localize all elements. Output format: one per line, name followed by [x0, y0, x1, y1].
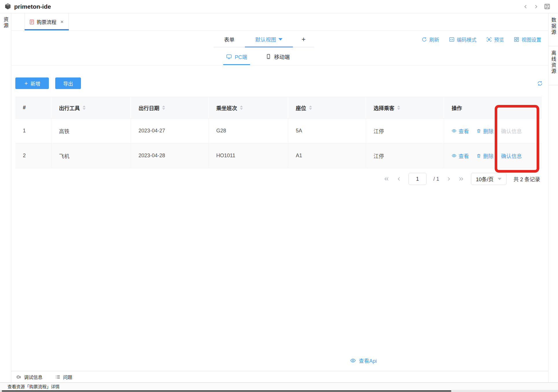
view-toolbar: 表单 默认视图 + 刷新	[11, 31, 548, 48]
right-rail: 数据源 离线资源	[548, 13, 558, 382]
phone-icon	[266, 54, 271, 59]
horizontal-scrollbar	[0, 390, 558, 392]
status-text: 查看资源「购票流程」详情	[8, 383, 60, 389]
nav-back-icon[interactable]	[523, 4, 528, 9]
add-view-tab-button[interactable]: +	[293, 32, 314, 47]
col-travel-date[interactable]: 出行日期	[131, 97, 209, 118]
refresh-button[interactable]: 刷新	[422, 36, 439, 43]
tab-form[interactable]: 表单	[214, 32, 245, 47]
editor-tabstrip: 购票流程	[11, 13, 548, 31]
col-seat[interactable]: 座位	[288, 97, 366, 118]
cell-actions: 查看 删除 确认信息	[444, 119, 542, 143]
refresh-icon	[422, 37, 427, 42]
delete-link[interactable]: 删除	[476, 152, 494, 160]
titlebar: primeton-ide	[0, 0, 558, 13]
add-record-button[interactable]: 新增	[15, 77, 49, 89]
sync-icon[interactable]	[537, 80, 543, 86]
statusbar: 查看资源「购票流程」详情	[0, 382, 558, 390]
app-logo-cube-icon	[4, 3, 12, 10]
confirm-info-link[interactable]: 确认信息	[501, 152, 522, 160]
debug-info-button[interactable]: 调试信息	[16, 373, 43, 380]
cell-index: 2	[15, 143, 51, 168]
confirm-info-link-disabled[interactable]: 确认信息	[501, 127, 522, 135]
preview-eye-icon	[486, 37, 492, 42]
editor-tab-active[interactable]: 购票流程	[25, 13, 69, 30]
view-settings-button[interactable]: 视图设置	[514, 36, 541, 43]
left-rail-resources[interactable]: 资源	[2, 17, 9, 382]
tab-pc[interactable]: PC端	[219, 48, 254, 65]
right-rail-offline-resources[interactable]: 离线资源	[548, 46, 558, 85]
cell-travel-date: 2023-04-27	[131, 119, 209, 143]
cell-travel-tool: 飞机	[51, 143, 131, 168]
last-page-icon[interactable]	[458, 176, 464, 182]
table-header-row: # 出行工具 出行日期 乘坐班次 座位 选择乘客 操作	[15, 97, 542, 119]
cell-travel-tool: 高铁	[51, 119, 131, 143]
preview-button[interactable]: 预览	[486, 36, 504, 43]
scrollbar-thumb[interactable]	[2, 390, 451, 392]
document-icon	[29, 19, 34, 25]
code-mode-icon	[449, 37, 454, 42]
view-link[interactable]: 查看	[452, 152, 469, 160]
prev-page-icon[interactable]	[396, 176, 402, 182]
next-page-icon[interactable]	[446, 176, 451, 182]
close-tab-icon[interactable]	[60, 20, 64, 24]
active-tab-underline	[25, 29, 69, 30]
grid-settings-icon	[514, 37, 519, 42]
view-link[interactable]: 查看	[452, 127, 469, 135]
export-button[interactable]: 导出	[55, 77, 81, 89]
right-rail-datasource[interactable]: 数据源	[548, 13, 558, 46]
cell-seat: A1	[288, 143, 366, 168]
view-api-link[interactable]: 查看Api	[350, 357, 377, 364]
code-mode-button[interactable]: 编码模式	[449, 36, 476, 43]
left-rail: 资源	[0, 13, 11, 382]
bottom-panelbar: 调试信息 问题	[11, 371, 548, 382]
col-travel-tool[interactable]: 出行工具	[51, 97, 131, 118]
records-table: # 出行工具 出行日期 乘坐班次 座位 选择乘客 操作 1 高铁 2023-04…	[15, 97, 542, 168]
col-passenger[interactable]: 选择乘客	[366, 97, 444, 118]
save-icon[interactable]	[544, 3, 550, 10]
eye-icon	[452, 128, 457, 133]
cell-trip-no: G28	[209, 119, 288, 143]
problems-button[interactable]: 问题	[55, 373, 72, 380]
tab-mobile[interactable]: 移动端	[259, 48, 297, 65]
cell-passenger: 江停	[366, 119, 444, 143]
cell-trip-no: HO1011	[209, 143, 288, 168]
col-index: #	[15, 97, 51, 118]
table-row: 1 高铁 2023-04-27 G28 5A 江停 查看	[15, 119, 542, 143]
sort-carets-icon[interactable]	[397, 106, 400, 110]
pagination: / 1 10条/页 共 2 条记录	[384, 173, 540, 185]
bug-icon	[16, 374, 21, 380]
toolbar-actions: 刷新 编码模式 预览 视图设置	[422, 31, 541, 48]
sort-carets-icon[interactable]	[83, 106, 86, 110]
total-records-label: 共 2 条记录	[513, 175, 540, 183]
tab-default-view[interactable]: 默认视图	[245, 32, 293, 47]
nav-forward-icon[interactable]	[533, 4, 539, 9]
app-title: primeton-ide	[14, 3, 51, 10]
pc-tab-underline	[223, 64, 250, 65]
table-row: 2 飞机 2023-04-28 HO1011 A1 江停 查看	[15, 143, 542, 168]
cell-travel-date: 2023-04-28	[131, 143, 209, 168]
cell-index: 1	[15, 119, 51, 143]
sort-carets-icon[interactable]	[240, 106, 243, 110]
sort-carets-icon[interactable]	[162, 106, 165, 110]
total-pages-label: / 1	[433, 176, 439, 182]
cell-seat: 5A	[288, 119, 366, 143]
first-page-icon[interactable]	[384, 176, 389, 182]
plus-icon	[24, 81, 28, 86]
eye-icon	[452, 153, 457, 158]
list-icon	[55, 374, 60, 380]
view-content: 新增 导出 # 出行工具 出行日期 乘坐班次 座位 选择乘客	[11, 65, 548, 371]
col-actions: 操作	[444, 97, 542, 118]
device-tab-row: PC端 移动端	[11, 48, 548, 65]
caret-down-icon	[278, 38, 282, 40]
sort-carets-icon[interactable]	[309, 106, 312, 110]
view-tabs: 表单 默认视图 +	[214, 32, 314, 47]
cell-passenger: 江停	[366, 143, 444, 168]
app-window: primeton-ide 资源 购票流	[0, 0, 558, 392]
delete-link[interactable]: 删除	[476, 127, 494, 135]
caret-down-icon	[498, 178, 502, 180]
page-size-select[interactable]: 10条/页	[471, 173, 507, 185]
page-number-input[interactable]	[409, 173, 426, 185]
col-trip-no[interactable]: 乘坐班次	[209, 97, 288, 118]
trash-icon	[476, 154, 481, 158]
